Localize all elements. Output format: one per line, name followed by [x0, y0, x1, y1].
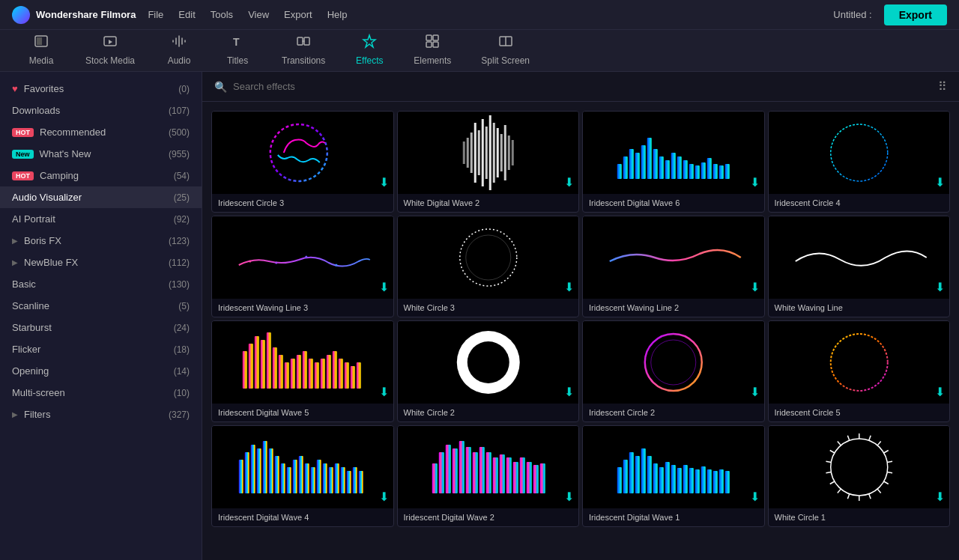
download-button[interactable]: ⬇ — [564, 490, 574, 504]
svg-rect-77 — [327, 355, 331, 389]
effect-card-white-digital-wave-2[interactable]: ⬇ White Digital Wave 2 — [397, 111, 580, 213]
menu-export[interactable]: Export — [284, 9, 312, 20]
download-button[interactable]: ⬇ — [379, 490, 389, 504]
svg-rect-21 — [492, 123, 494, 183]
hot-badge-camping: HOT — [12, 171, 34, 180]
menu-view[interactable]: View — [248, 9, 269, 20]
newblue-fx-chevron: ▶ — [12, 258, 18, 267]
tab-effects[interactable]: Effects — [343, 28, 396, 73]
effect-label: Iridescent Circle 4 — [769, 194, 950, 212]
svg-point-85 — [467, 341, 509, 383]
sidebar-item-multi-screen[interactable]: Multi-screen (10) — [0, 382, 202, 404]
effect-card-iridescent-digital-wave-4[interactable]: ⬇ Iridescent Digital Wave 4 — [211, 425, 394, 527]
svg-rect-111 — [353, 467, 357, 493]
svg-rect-48 — [719, 165, 724, 179]
effect-card-iridescent-circle-4[interactable]: ⬇ Iridescent Circle 4 — [768, 111, 951, 213]
svg-rect-74 — [309, 359, 313, 389]
sidebar-item-starburst[interactable]: Starburst (24) — [0, 317, 202, 338]
svg-rect-49 — [725, 164, 730, 179]
svg-rect-17 — [477, 130, 480, 175]
effect-card-iridescent-digital-wave-6[interactable]: ⬇ Iridescent Digital Wave 6 — [582, 111, 765, 213]
effect-thumb: ⬇ — [583, 112, 764, 194]
svg-rect-134 — [629, 452, 634, 493]
effect-card-white-circle-1[interactable]: ⬇ White Circle 1 — [768, 425, 951, 527]
top-bar-left: Wondershare Filmora File Edit Tools View… — [12, 6, 347, 24]
sidebar-item-downloads[interactable]: Downloads (107) — [0, 100, 202, 121]
download-button[interactable]: ⬇ — [935, 175, 945, 189]
effect-card-white-circle-3[interactable]: ⬇ White Circle 3 — [397, 216, 580, 317]
svg-rect-135 — [635, 456, 640, 493]
effect-card-white-circle-2[interactable]: ⬇ White Circle 2 — [397, 320, 580, 422]
sidebar-item-ai-portrait[interactable]: AI Portrait (92) — [0, 208, 202, 230]
effect-card-iridescent-circle-3[interactable]: ⬇ Iridescent Circle 3 — [211, 111, 394, 213]
tab-transitions[interactable]: Transitions — [270, 28, 337, 73]
search-bar: 🔍 ⠿ — [202, 72, 959, 102]
effect-label: White Circle 2 — [398, 404, 579, 421]
sidebar-item-filters[interactable]: ▶Filters (327) — [0, 404, 202, 425]
sidebar-item-basic[interactable]: Basic (130) — [0, 273, 202, 295]
effect-card-iridescent-waving-line-2[interactable]: ⬇ Iridescent Waving Line 2 — [582, 216, 765, 317]
download-button[interactable]: ⬇ — [935, 385, 945, 399]
download-button[interactable]: ⬇ — [750, 280, 760, 294]
effect-card-iridescent-digital-wave-2[interactable]: ⬇ Iridescent Digital Wave 2 — [397, 425, 580, 527]
menu-edit[interactable]: Edit — [178, 9, 195, 20]
svg-rect-40 — [671, 153, 676, 179]
effect-card-white-waving-line[interactable]: ⬇ White Waving Line — [768, 216, 951, 317]
svg-rect-78 — [333, 351, 337, 389]
sidebar-item-recommended[interactable]: HOTRecommended (500) — [0, 121, 202, 143]
download-button[interactable]: ⬇ — [750, 385, 760, 399]
app-name: Wondershare Filmora — [36, 9, 136, 20]
download-button[interactable]: ⬇ — [564, 175, 574, 189]
svg-rect-35 — [641, 145, 646, 179]
sidebar-item-audio-visualizer[interactable]: Audio Visualizer (25) — [0, 186, 202, 208]
svg-rect-39 — [665, 160, 670, 179]
sidebar-item-scanline[interactable]: Scanline (5) — [0, 295, 202, 317]
effect-card-iridescent-circle-5[interactable]: ⬇ Iridescent Circle 5 — [768, 320, 951, 422]
elements-icon — [425, 34, 440, 52]
effect-label: Iridescent Digital Wave 2 — [398, 508, 579, 526]
effect-thumb: ⬇ — [583, 216, 764, 299]
sidebar-item-whats-new[interactable]: NewWhat's New (955) — [0, 143, 202, 165]
tab-titles[interactable]: T Titles — [211, 28, 264, 73]
download-button[interactable]: ⬇ — [935, 280, 945, 294]
svg-rect-95 — [257, 448, 261, 493]
sidebar-item-flicker[interactable]: Flicker (18) — [0, 338, 202, 360]
tab-stock-media[interactable]: Stock Media — [73, 28, 147, 73]
effect-card-iridescent-waving-line-3[interactable]: ⬇ Iridescent Waving Line 3 — [211, 216, 394, 317]
effect-label: Iridescent Circle 3 — [212, 194, 393, 212]
download-button[interactable]: ⬇ — [379, 385, 389, 399]
svg-rect-61 — [787, 216, 930, 299]
download-button[interactable]: ⬇ — [564, 385, 574, 399]
download-button[interactable]: ⬇ — [750, 490, 760, 504]
sidebar-item-newblue-fx[interactable]: ▶NewBlue FX (112) — [0, 252, 202, 273]
effect-card-iridescent-digital-wave-5[interactable]: ⬇ Iridescent Digital Wave 5 — [211, 320, 394, 422]
grid-toggle-icon[interactable]: ⠿ — [938, 79, 947, 94]
download-button[interactable]: ⬇ — [935, 490, 945, 504]
download-button[interactable]: ⬇ — [564, 280, 574, 294]
download-button[interactable]: ⬇ — [379, 175, 389, 189]
download-button[interactable]: ⬇ — [750, 175, 760, 189]
effect-label: Iridescent Waving Line 2 — [583, 299, 764, 317]
sidebar-item-camping[interactable]: HOTCamping (54) — [0, 165, 202, 186]
export-button[interactable]: Export — [884, 4, 947, 25]
tab-split-screen[interactable]: Split Screen — [469, 28, 542, 73]
svg-rect-15 — [417, 112, 559, 194]
svg-rect-120 — [472, 452, 477, 493]
effect-card-iridescent-circle-2[interactable]: ⬇ Iridescent Circle 2 — [582, 320, 765, 422]
sidebar-item-opening[interactable]: Opening (14) — [0, 360, 202, 382]
menu-help[interactable]: Help — [327, 9, 348, 20]
download-button[interactable]: ⬇ — [379, 280, 389, 294]
menu-file[interactable]: File — [148, 9, 163, 20]
menu-tools[interactable]: Tools — [211, 9, 233, 20]
sidebar-item-boris-fx[interactable]: ▶Boris FX (123) — [0, 230, 202, 252]
search-input[interactable] — [233, 81, 932, 92]
svg-rect-57 — [417, 216, 559, 299]
svg-rect-105 — [317, 460, 321, 493]
tab-audio[interactable]: Audio — [153, 28, 205, 73]
effect-thumb: ⬇ — [583, 321, 764, 404]
effect-card-iridescent-digital-wave-1[interactable]: ⬇ Iridescent Digital Wave 1 — [582, 425, 765, 527]
svg-rect-126 — [512, 462, 518, 493]
tab-elements[interactable]: Elements — [402, 28, 463, 73]
tab-media[interactable]: Media — [15, 28, 67, 73]
sidebar-item-favorites[interactable]: ♥Favorites (0) — [0, 78, 202, 100]
